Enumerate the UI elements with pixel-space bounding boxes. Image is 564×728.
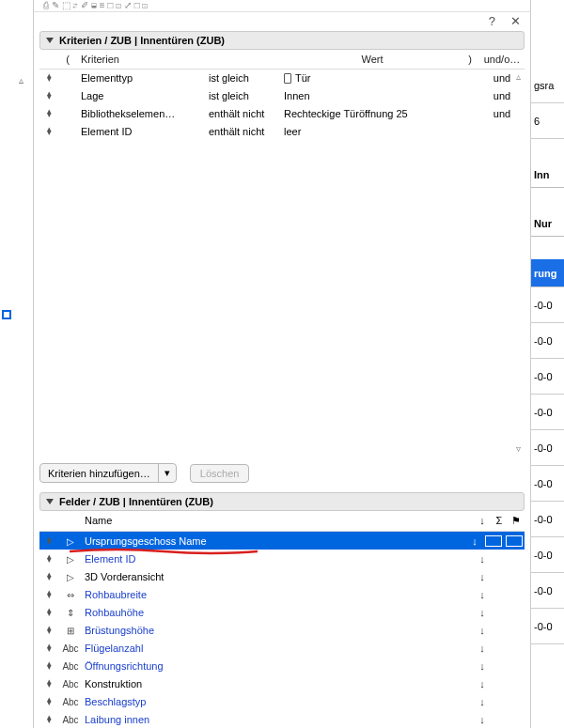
field-name: Rohbaubreite	[83, 589, 474, 600]
col-andor[interactable]: und/o…	[479, 54, 525, 65]
sort-arrow-icon[interactable]: ↓	[474, 660, 491, 672]
field-row[interactable]: ▴▾⊞Brüstungshöhe↓	[39, 621, 525, 639]
right-gutter-cell: -0-0	[531, 395, 564, 430]
reorder-handle-icon[interactable]: ▴▾	[39, 536, 58, 544]
col-value[interactable]: Wert	[284, 54, 461, 65]
criterion-op[interactable]: enthält nicht	[209, 126, 284, 137]
fields-panel: Felder / ZUB | Innentüren (ZUB) Name ↓ Σ…	[34, 492, 530, 728]
criterion-andor[interactable]: und	[479, 90, 525, 101]
sort-arrow-icon[interactable]: ↓	[474, 696, 491, 707]
criterion-value[interactable]: leer	[284, 126, 461, 137]
field-row[interactable]: ▴▾▷3D Vorderansicht↓	[39, 567, 525, 585]
criterion-name[interactable]: Element ID	[77, 126, 209, 137]
reorder-handle-icon[interactable]: ▴▾	[39, 91, 58, 99]
reorder-handle-icon[interactable]: ▴▾	[39, 554, 58, 562]
field-row[interactable]: ▴▾AbcLaibung innen↓	[39, 710, 525, 728]
sort-arrow-icon[interactable]: ↓	[474, 571, 491, 582]
reorder-handle-icon[interactable]: ▴▾	[39, 109, 58, 116]
sum-checkbox[interactable]	[485, 535, 502, 547]
field-row[interactable]: ▴▾AbcFlügelanzahl↓	[39, 639, 525, 657]
field-row[interactable]: ▴▾AbcÖffnungsrichtung↓	[39, 657, 525, 674]
col-paren-close[interactable]: )	[461, 54, 479, 65]
criteria-table-body: ▵ ▴▾Elementtypist gleichTürund▴▾Lageist …	[39, 70, 525, 456]
criterion-op[interactable]: ist gleich	[209, 72, 284, 84]
criteria-row[interactable]: ▴▾Elementtypist gleichTürund	[39, 70, 525, 87]
reorder-handle-icon[interactable]: ▴▾	[39, 608, 58, 615]
sort-arrow-icon[interactable]: ↓	[474, 714, 491, 725]
criterion-name[interactable]: Elementtyp	[77, 72, 209, 84]
col-name[interactable]: Name	[83, 515, 474, 527]
criteria-row[interactable]: ▴▾Lageist gleichInnenund	[39, 87, 525, 105]
field-type-icon: Abc	[62, 715, 78, 725]
scroll-up-icon[interactable]: ▵	[516, 71, 521, 82]
criterion-name[interactable]: Bibliothekselemen…	[77, 108, 209, 119]
field-type-icon: Abc	[62, 661, 78, 672]
col-paren-open[interactable]: (	[58, 54, 77, 65]
criterion-value[interactable]: Rechteckige Türöffnung 25	[284, 108, 461, 119]
criterion-name[interactable]: Lage	[77, 90, 209, 101]
field-type-icon: Abc	[62, 679, 78, 689]
criterion-value[interactable]: Innen	[284, 90, 461, 101]
field-row[interactable]: ▴▾⇕Rohbauhöhe↓	[39, 603, 525, 621]
field-name: Öffnungsrichtung	[83, 660, 474, 672]
door-icon	[284, 73, 291, 84]
help-button[interactable]: ?	[489, 14, 495, 28]
right-gutter-cell: -0-0	[531, 502, 564, 537]
reorder-handle-icon[interactable]: ▴▾	[39, 643, 58, 651]
sort-arrow-icon[interactable]: ↓	[474, 643, 491, 654]
sort-arrow-icon[interactable]: ↓	[474, 589, 491, 600]
field-name: Rohbauhöhe	[83, 607, 474, 618]
close-button[interactable]: ✕	[510, 14, 521, 28]
sort-arrow-icon[interactable]: ↓	[474, 607, 491, 618]
field-name: Brüstungshöhe	[83, 625, 474, 636]
fields-section-header[interactable]: Felder / ZUB | Innentüren (ZUB)	[39, 492, 525, 511]
reorder-handle-icon[interactable]: ▴▾	[39, 661, 58, 669]
criteria-row[interactable]: ▴▾Bibliothekselemen…enthält nichtRechtec…	[39, 105, 525, 123]
reorder-handle-icon[interactable]: ▴▾	[39, 697, 58, 705]
criterion-op[interactable]: ist gleich	[209, 90, 284, 101]
right-gutter-cell: -0-0	[531, 573, 564, 609]
add-criteria-button[interactable]: Kriterien hinzufügen… ▾	[39, 463, 177, 483]
right-gutter-cell: 6	[531, 103, 564, 139]
reorder-handle-icon[interactable]: ▴▾	[39, 572, 58, 580]
col-sum[interactable]: Σ	[491, 515, 508, 527]
field-row[interactable]: ▴▾AbcKonstruktion↓	[39, 674, 525, 692]
criterion-andor[interactable]: und	[479, 108, 525, 119]
criteria-panel: Kriterien / ZUB | Innentüren (ZUB) ( Kri…	[34, 31, 530, 456]
field-type-icon: ⇔	[67, 590, 74, 600]
criteria-table-header: ( Kriterien Wert ) und/o…	[39, 50, 525, 70]
sort-arrow-icon[interactable]: ↓	[474, 553, 491, 565]
dialog-main: ⎙ ✎ ⬚ ⇄ ✐ ⬓ ≡ □ ⊡ ⤢ □ ⊡ ? ✕ Kriterien / …	[34, 0, 530, 728]
reorder-handle-icon[interactable]: ▴▾	[39, 679, 58, 687]
field-row[interactable]: ▴▾AbcBeschlagstyp↓	[39, 692, 525, 710]
field-type-icon: ▷	[67, 536, 74, 547]
right-gutter-cell: Inn	[531, 162, 564, 188]
field-name: Ursprungsgeschoss Name	[83, 535, 466, 547]
field-type-icon: Abc	[62, 697, 78, 707]
field-name: Laibung innen	[83, 714, 474, 725]
criterion-value[interactable]: Tür	[284, 72, 461, 84]
flag-checkbox[interactable]	[506, 535, 523, 547]
reorder-handle-icon[interactable]: ▴▾	[39, 590, 58, 597]
reorder-handle-icon[interactable]: ▴▾	[39, 715, 58, 722]
right-gutter-cell: -0-0	[531, 323, 564, 359]
sort-arrow-icon[interactable]: ↓	[474, 625, 491, 636]
criteria-row[interactable]: ▴▾Element IDenthält nichtleer	[39, 123, 525, 141]
add-criteria-label: Kriterien hinzufügen…	[40, 465, 158, 482]
criteria-section-header[interactable]: Kriterien / ZUB | Innentüren (ZUB)	[39, 31, 525, 50]
reorder-handle-icon[interactable]: ▴▾	[39, 127, 58, 134]
background-toolbar: ⎙ ✎ ⬚ ⇄ ✐ ⬓ ≡ □ ⊡ ⤢ □ ⊡	[34, 0, 530, 12]
sort-arrow-icon[interactable]: ↓	[466, 535, 483, 547]
col-sort[interactable]: ↓	[474, 515, 491, 527]
reorder-handle-icon[interactable]: ▴▾	[39, 73, 58, 81]
sort-arrow-icon[interactable]: ↓	[474, 678, 491, 689]
col-flag[interactable]: ⚑	[508, 515, 525, 527]
criterion-op[interactable]: enthält nicht	[209, 108, 284, 119]
scroll-down-icon[interactable]: ▿	[516, 443, 521, 454]
dropdown-arrow-icon[interactable]: ▾	[158, 464, 176, 482]
delete-button[interactable]: Löschen	[190, 464, 250, 483]
gutter-selection-marker	[2, 310, 11, 319]
field-row[interactable]: ▴▾⇔Rohbaubreite↓	[39, 585, 525, 603]
col-criteria[interactable]: Kriterien	[77, 54, 209, 65]
reorder-handle-icon[interactable]: ▴▾	[39, 626, 58, 633]
